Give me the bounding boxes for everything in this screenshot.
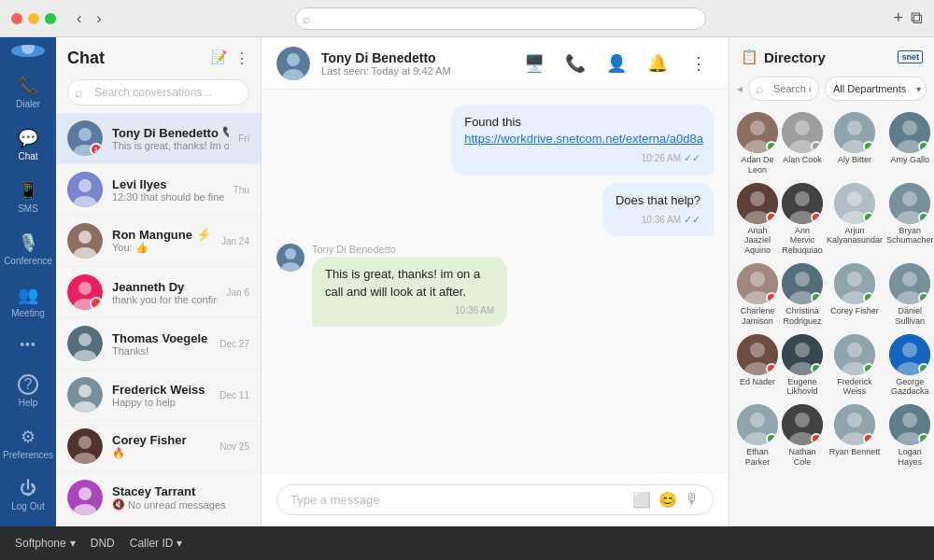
svg-point-55: [902, 191, 917, 206]
chat-contact-status: Last seen: Today at 9:42 AM: [321, 65, 508, 77]
unread-badge-1: 1: [90, 143, 103, 156]
chat-avatar-2: [67, 172, 103, 207]
notification-icon[interactable]: 🔔: [643, 49, 672, 78]
contact-name-5: Anah Jaaziel Aquino: [737, 226, 778, 256]
message-meta-2: 10:36 AM ✓✓: [616, 213, 700, 227]
chat-item-6[interactable]: Frederick Weiss Happy to help Dec 11: [56, 370, 261, 421]
chat-input-area: ⬜ 😊 🎙: [262, 472, 729, 526]
status-dot-16: [918, 363, 929, 374]
dialer-icon: 📞: [18, 76, 38, 96]
contact-item-16[interactable]: George Gazdacka: [886, 334, 934, 398]
directory-search-input[interactable]: [748, 77, 819, 101]
new-chat-icon[interactable]: 📝: [211, 49, 227, 67]
video-call-icon[interactable]: 🖥️: [519, 49, 549, 78]
contact-item-17[interactable]: Ethan Parker: [737, 404, 778, 468]
contact-item-13[interactable]: Ed Nader: [737, 334, 778, 398]
forward-button[interactable]: ›: [91, 8, 106, 29]
contact-item-20[interactable]: Logan Hayes: [886, 404, 934, 468]
add-button[interactable]: +: [893, 8, 903, 28]
contact-avatar-10: [782, 263, 823, 304]
chat-avatar-7: [67, 428, 103, 464]
titlebar: ‹ › + ⧉: [0, 0, 934, 37]
chat-main: Tony Di Benedetto Last seen: Today at 9:…: [262, 37, 729, 526]
chat-item-8[interactable]: Stacey Tarrant 🔇 No unread messages: [56, 472, 261, 524]
chat-item-7[interactable]: Corey Fisher 🔥 Nov 25: [56, 421, 261, 472]
contact-name-1: Adan De Leon: [737, 155, 778, 175]
main-layout: 📞 Dialer 💬 Chat 📱 SMS 🎙️ Conference 👥 Me…: [0, 37, 934, 526]
contact-item-3[interactable]: Aly Bitter: [827, 112, 883, 175]
contact-item-9[interactable]: Charlene Jamison: [737, 263, 778, 327]
sidebar-item-more[interactable]: •••: [0, 329, 56, 359]
chat-info-5: Thomas Voegele Thanks!: [112, 331, 210, 357]
titlebar-search-input[interactable]: [295, 7, 706, 30]
voice-icon[interactable]: 🎙: [685, 491, 700, 509]
chat-item-3[interactable]: Ron Mangune ⚡ You: 👍 Jan 24: [56, 216, 261, 267]
contact-item-11[interactable]: Corey Fisher: [827, 263, 883, 327]
status-dot-12: [918, 292, 929, 303]
chat-time-2: Thu: [234, 185, 249, 195]
contact-item-18[interactable]: Nathan Cole: [782, 404, 823, 468]
contact-item-5[interactable]: Anah Jaaziel Aquino: [737, 183, 778, 256]
add-participant-icon[interactable]: 👤: [601, 49, 631, 78]
sidebar-item-dialer[interactable]: 📞 Dialer: [0, 68, 56, 117]
chat-list: 1 Tony Di Benedetto 📞 This is great, tha…: [56, 113, 261, 526]
contact-item-15[interactable]: Frederick Weiss: [827, 334, 883, 398]
chat-preview-2: 12:30 that should be fine: [112, 191, 224, 203]
message-link-1[interactable]: https://workdrive.snetcom.net/externa/a0…: [464, 131, 700, 147]
contact-item-8[interactable]: Bryan Schumacher: [886, 183, 934, 256]
contact-item-12[interactable]: Daniel Sullivan: [886, 263, 934, 327]
fullscreen-dot[interactable]: [45, 13, 56, 24]
caller-id-button[interactable]: Caller ID ▾: [130, 537, 183, 550]
sidebar-label-dialer: Dialer: [16, 99, 40, 109]
contact-item-14[interactable]: Eugene Likhovid: [782, 334, 823, 398]
svg-point-28: [287, 53, 300, 66]
chat-list-header: Chat 📝 ⋮: [56, 37, 261, 76]
close-dot[interactable]: [11, 13, 22, 24]
chat-item-5[interactable]: Thomas Voegele Thanks! Dec 27: [56, 318, 261, 370]
contact-name-12: Daniel Sullivan: [886, 306, 934, 327]
message-text-3: This is great, thanks! im on a call and …: [325, 267, 480, 298]
contact-item-7[interactable]: Arjun Kalyanasundar: [827, 183, 883, 256]
message-input[interactable]: [290, 493, 625, 507]
message-row-1: Found this https://workdrive.snetcom.net…: [276, 105, 714, 175]
svg-point-4: [78, 128, 92, 141]
sidebar-item-logout[interactable]: ⏻ Log Out: [0, 471, 57, 519]
svg-point-88: [847, 413, 862, 427]
sidebar-item-sms[interactable]: 📱 SMS: [0, 173, 56, 221]
contact-item-1[interactable]: Adan De Leon: [737, 112, 778, 175]
attach-icon[interactable]: ⬜: [632, 491, 651, 509]
back-button[interactable]: ‹: [71, 8, 87, 29]
contact-item-10[interactable]: Christina Rodriguez: [782, 263, 823, 327]
svg-point-58: [750, 272, 765, 287]
emoji-icon[interactable]: 😊: [658, 491, 677, 509]
chat-item-4[interactable]: Jeanneth Dy thank you for the confirma..…: [56, 267, 261, 318]
chat-preview-8: 🔇 No unread messages: [112, 498, 249, 511]
sidebar-item-meeting[interactable]: 👥 Meeting: [0, 277, 56, 326]
more-options-icon[interactable]: ⋮: [684, 49, 714, 78]
sidebar-item-help[interactable]: ? Help: [0, 367, 57, 415]
window-button[interactable]: ⧉: [911, 8, 923, 28]
chevron-down-icon: ▾: [70, 537, 76, 550]
sidebar-item-chat[interactable]: 💬 Chat: [0, 120, 56, 169]
sidebar-item-preferences[interactable]: ⚙ Preferences: [0, 419, 57, 468]
voice-call-icon[interactable]: 📞: [560, 49, 590, 78]
chat-search-input[interactable]: [67, 79, 249, 105]
chat-item-1[interactable]: 1 Tony Di Benedetto 📞 This is great, tha…: [56, 113, 261, 164]
status-dot-2: [811, 141, 822, 152]
contact-item-19[interactable]: Ryan Bennett: [827, 404, 883, 468]
collapse-icon[interactable]: ◂: [737, 82, 743, 95]
contact-item-2[interactable]: Alan Cook: [782, 112, 823, 175]
message-meta-3: 10:36 AM: [325, 304, 494, 317]
contact-item-4[interactable]: Amy Gallo: [886, 112, 934, 175]
department-select[interactable]: All Departments: [825, 77, 927, 101]
minimize-dot[interactable]: [28, 13, 39, 24]
softphone-button[interactable]: Softphone ▾: [15, 537, 76, 550]
contact-item-6[interactable]: Ann Mervic Rebuquiao: [782, 183, 823, 256]
dnd-button[interactable]: DND: [91, 537, 115, 550]
contact-avatar-14: [782, 334, 823, 375]
chat-item-2[interactable]: Levi Ilyes 12:30 that should be fine Thu: [56, 164, 261, 216]
sidebar-item-conference[interactable]: 🎙️ Conference: [0, 225, 56, 273]
user-avatar[interactable]: [11, 45, 45, 57]
contact-name-20: Logan Hayes: [886, 447, 934, 468]
chat-more-icon[interactable]: ⋮: [234, 49, 249, 67]
